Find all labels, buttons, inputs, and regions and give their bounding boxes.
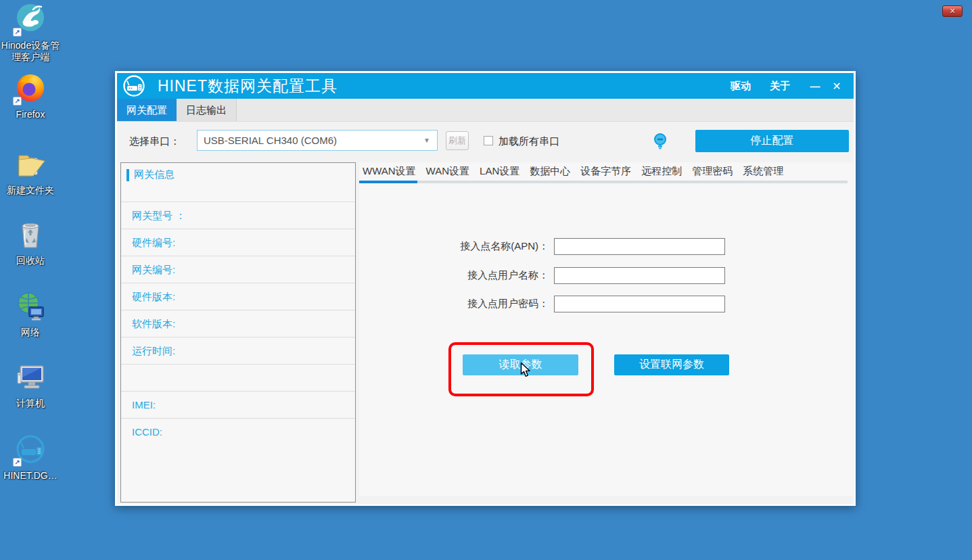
- desktop-icon-label: 新建文件夹: [1, 185, 60, 196]
- desktop-icon-label: 计算机: [1, 398, 60, 409]
- info-row-uptime: 运行时间:: [121, 337, 355, 364]
- computer-icon: [14, 360, 47, 393]
- apn-password-row: 接入点用户密码：: [359, 296, 725, 312]
- apn-input[interactable]: [554, 238, 725, 255]
- shortcut-arrow-icon: ↗: [13, 97, 22, 106]
- desktop-icon-firefox[interactable]: ↗ Firefox: [1, 72, 60, 120]
- apn-username-label: 接入点用户名称：: [359, 269, 554, 282]
- desktop: ✕ ↗ Hinode设备管理客户端: [0, 0, 972, 560]
- desktop-icon-network[interactable]: 网络: [1, 289, 60, 338]
- desktop-icon-label: HINET.DG…: [1, 470, 60, 482]
- settings-tab-bar: WWAN设置 WAN设置 LAN设置 数据中心 设备字节序 远程控制 管理密码 …: [359, 162, 853, 183]
- hint-bulb-icon: [653, 133, 668, 150]
- desktop-icon-hinode-client[interactable]: ↗ Hinode设备管理客户端: [1, 3, 60, 63]
- info-row-gateway-model: 网关型号 ：: [121, 202, 355, 229]
- info-row-empty: [121, 364, 355, 391]
- desktop-icon-label: Firefox: [1, 109, 60, 120]
- set-network-params-button[interactable]: 设置联网参数: [614, 354, 729, 375]
- firefox-icon: ↗: [14, 72, 47, 104]
- desktop-icon-new-folder[interactable]: 新建文件夹: [1, 147, 60, 196]
- blue-accent-bar: [126, 169, 129, 181]
- shortcut-arrow-icon: ↗: [13, 458, 22, 467]
- shortcut-arrow-icon: ↗: [13, 28, 22, 37]
- hinet-app-icon: ↗: [14, 433, 47, 465]
- network-icon: [14, 289, 47, 322]
- info-row-software-version: 软件版本:: [121, 310, 355, 337]
- window-content: 选择串口： USB-SERIAL CH340 (COM6) ▼ 刷新 加载所有串…: [117, 122, 854, 504]
- recycle-bin-icon: [14, 218, 47, 250]
- desktop-icon-computer[interactable]: 计算机: [1, 360, 60, 409]
- desktop-icon-recycle-bin[interactable]: 回收站: [1, 218, 60, 266]
- desktop-icon-label: Hinode设备管理客户端: [1, 40, 60, 63]
- desktop-icon-hinet-app[interactable]: ↗ HINET.DG…: [1, 433, 60, 482]
- apn-label: 接入点名称(APN)：: [359, 240, 554, 253]
- serial-port-select[interactable]: USB-SERIAL CH340 (COM6) ▼: [197, 130, 438, 151]
- main-tab-bar: 网关配置 日志输出: [117, 99, 854, 122]
- info-row-iccid: ICCID:: [121, 418, 355, 445]
- tab-underline-track: [359, 181, 848, 183]
- menu-driver[interactable]: 驱动: [731, 80, 751, 93]
- hinode-client-icon: ↗: [14, 3, 47, 35]
- refresh-button[interactable]: 刷新: [446, 131, 469, 150]
- menu-about[interactable]: 关于: [770, 80, 790, 93]
- apn-password-input[interactable]: [554, 296, 725, 312]
- minimize-button[interactable]: —: [805, 80, 825, 92]
- load-all-ports-checkbox[interactable]: [484, 136, 493, 145]
- apn-username-row: 接入点用户名称：: [359, 267, 725, 284]
- desktop-icon-label: 网络: [1, 327, 60, 338]
- tab-log-output[interactable]: 日志输出: [177, 99, 237, 121]
- load-all-ports-label: 加载所有串口: [499, 135, 559, 148]
- info-row-imei: IMEI:: [121, 391, 355, 418]
- serial-port-value: USB-SERIAL CH340 (COM6): [204, 135, 423, 146]
- apn-row: 接入点名称(APN)：: [359, 238, 725, 255]
- titlebar: HINET数据网关配置工具 驱动 关于 — ✕: [117, 73, 854, 99]
- window-title: HINET数据网关配置工具: [158, 76, 338, 97]
- stop-config-button[interactable]: 停止配置: [695, 130, 849, 152]
- desktop-icon-label: 回收站: [1, 255, 60, 266]
- info-row-gateway-number: 网关编号:: [121, 256, 355, 283]
- settings-panel: WWAN设置 WAN设置 LAN设置 数据中心 设备字节序 远程控制 管理密码 …: [359, 162, 853, 496]
- info-row-hardware-version: 硬件版本:: [121, 283, 355, 310]
- info-row-hardware-number: 硬件编号:: [121, 229, 355, 256]
- apn-password-label: 接入点用户密码：: [359, 298, 554, 310]
- app-window: HINET数据网关配置工具 驱动 关于 — ✕ 网关配置 日志输出 选择串口： …: [115, 71, 856, 506]
- active-tab-underline: [359, 181, 417, 183]
- folder-icon: [14, 147, 47, 180]
- serial-port-label: 选择串口：: [129, 135, 180, 148]
- gateway-info-header: 网关信息: [121, 163, 355, 202]
- gateway-info-panel: 网关信息 网关型号 ： 硬件编号: 网关编号: 硬件版本: 软件版本: 运行时间…: [120, 162, 356, 503]
- serial-port-row: 选择串口： USB-SERIAL CH340 (COM6) ▼ 刷新 加载所有串…: [117, 122, 854, 160]
- close-button[interactable]: ✕: [825, 80, 848, 93]
- screen-close-button[interactable]: ✕: [942, 5, 963, 17]
- apn-username-input[interactable]: [554, 267, 725, 284]
- read-params-button[interactable]: 读取参数: [463, 354, 578, 375]
- chevron-down-icon: ▼: [423, 137, 430, 144]
- tab-gateway-config[interactable]: 网关配置: [117, 99, 177, 121]
- app-logo-icon: [122, 74, 145, 97]
